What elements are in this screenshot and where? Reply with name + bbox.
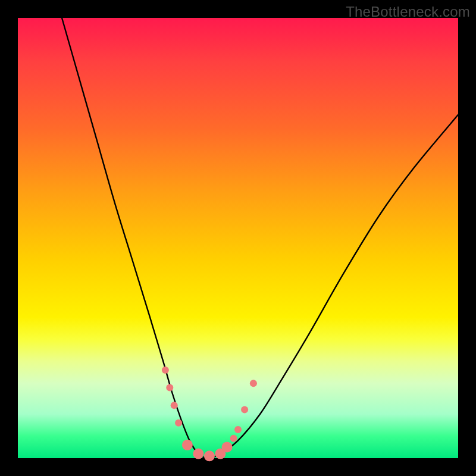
- highlight-dot: [166, 384, 173, 392]
- chart-stage: TheBottleneck.com: [0, 0, 476, 476]
- highlight-dot: [222, 442, 233, 453]
- highlight-dot: [162, 367, 169, 374]
- highlight-dot: [250, 380, 257, 387]
- highlight-dot: [171, 402, 178, 409]
- bottleneck-curve-path: [62, 18, 458, 458]
- highlight-dot: [182, 440, 193, 450]
- highlight-dot: [193, 449, 203, 459]
- highlight-dot: [241, 406, 248, 414]
- highlight-dot: [230, 435, 237, 442]
- chart-svg: [18, 18, 458, 458]
- highlight-dot: [175, 419, 182, 427]
- plot-area: [18, 18, 458, 458]
- highlight-dot: [234, 426, 242, 433]
- highlight-markers: [162, 367, 257, 461]
- highlight-dot: [204, 450, 215, 461]
